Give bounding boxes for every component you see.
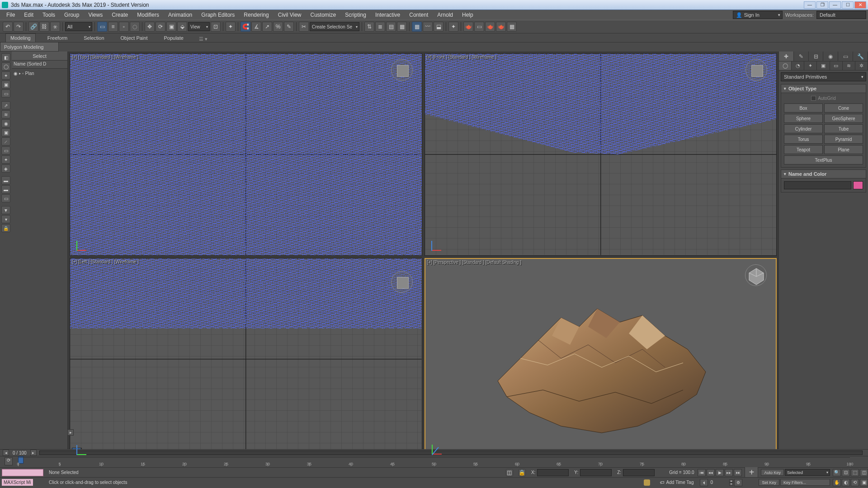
lock-icon[interactable] (644, 479, 650, 486)
viewcube[interactable] (745, 264, 767, 286)
viewport-front[interactable]: [+] [Front ] [Standard ] [Wireframe ] (425, 53, 777, 256)
viewport-top[interactable]: [+] [Top ] [Standard ] [Wireframe ] (70, 53, 422, 256)
object-type-header[interactable]: Object Type (781, 84, 866, 93)
primitive-tube[interactable]: Tube (824, 124, 863, 133)
viewcube[interactable] (391, 271, 413, 293)
viewport-perspective-label[interactable]: [+] [Perspective ] [Standard ] [Default … (427, 260, 522, 265)
zoom-extents-icon[interactable]: ⬚ (851, 469, 859, 476)
key-mode-dropdown[interactable]: Selected (785, 469, 830, 476)
ribbon-populate[interactable]: Populate (159, 34, 188, 42)
use-pivot-button[interactable]: ⊡ (211, 22, 221, 32)
selection-lock-icon[interactable]: 🔒 (519, 469, 526, 476)
menu-arnold[interactable]: Arnold (433, 10, 458, 20)
x-input[interactable] (537, 469, 569, 476)
primitive-textplus[interactable]: TextPlus (784, 155, 863, 164)
se-tool1-icon[interactable]: ▬ (1, 176, 10, 184)
max-toggle-icon[interactable]: ▣ (860, 479, 868, 486)
toggle-ribbon-button[interactable]: ▦ (397, 22, 407, 32)
maxscript-listener[interactable] (2, 469, 43, 476)
ribbon-panel-polygon[interactable]: Polygon Modeling (0, 42, 59, 52)
redo-button[interactable]: ↷ (14, 22, 24, 32)
ref-coord-dropdown[interactable]: View (188, 22, 210, 31)
menu-interactive[interactable]: Interactive (371, 10, 405, 20)
autokey-button[interactable]: Auto Key (761, 469, 784, 476)
play-button[interactable]: ▶ (716, 469, 724, 476)
spacewarps-cat[interactable]: ≋ (843, 61, 855, 70)
maximize-button[interactable]: ☐ (842, 1, 854, 9)
current-frame-input[interactable]: 0 (709, 480, 729, 485)
manipulate-button[interactable]: ✦ (226, 22, 236, 32)
link-button[interactable]: 🔗 (28, 22, 38, 32)
menu-content[interactable]: Content (405, 10, 433, 20)
lights-cat[interactable]: ✦ (804, 61, 817, 70)
ribbon-modeling[interactable]: Modeling (5, 33, 36, 42)
ribbon-menu-icon[interactable]: ☰ ▾ (199, 36, 208, 42)
display-hidden-icon[interactable]: ⟋ (1, 137, 10, 145)
minimize-button[interactable]: — (804, 1, 816, 9)
add-time-tag[interactable]: 🏷Add Time Tag (657, 480, 697, 485)
z-input[interactable] (623, 469, 655, 476)
scale-button[interactable]: ▣ (166, 22, 176, 32)
modify-tab[interactable]: ✎ (794, 52, 809, 61)
display-layers-icon[interactable]: ▭ (1, 146, 10, 155)
render-frame-button[interactable]: ▭ (474, 22, 484, 32)
ribbon-freeform[interactable]: Freeform (43, 34, 72, 42)
create-tab[interactable]: ✚ (779, 52, 794, 61)
se-lock-icon[interactable]: 🔒 (1, 224, 10, 232)
time-config-button[interactable]: ⚙ (734, 479, 742, 486)
time-slider-track[interactable] (39, 450, 863, 455)
select-by-name-button[interactable]: ≡ (108, 22, 118, 32)
display-shapes-icon[interactable]: ◯ (1, 62, 10, 70)
pan-icon[interactable]: ✋ (833, 479, 841, 486)
utilities-tab[interactable]: 🔧 (853, 52, 868, 61)
frame-spinner[interactable]: ▴▾ (729, 479, 733, 486)
se-filter-icon[interactable]: ▼ (1, 206, 10, 214)
zoom-region-icon[interactable]: ◫ (860, 469, 868, 476)
menu-modifiers[interactable]: Modifiers (132, 10, 164, 20)
primitive-cylinder[interactable]: Cylinder (784, 124, 823, 133)
zoom-all-icon[interactable]: ⊡ (842, 469, 850, 476)
timeline-ruler[interactable]: ⟳ 05101520253035404550556065707580859095… (0, 456, 868, 467)
display-helpers-icon[interactable]: ▭ (1, 89, 10, 98)
primitive-torus[interactable]: Torus (784, 135, 823, 144)
display-container-icon[interactable]: ◉ (1, 119, 10, 127)
se-tool3-icon[interactable]: ▭ (1, 194, 10, 202)
viewport-left-label[interactable]: [+] [Left ] [Standard ] [Wireframe ] (72, 259, 139, 264)
menu-edit[interactable]: Edit (19, 10, 38, 20)
menu-grapheditors[interactable]: Graph Editors (197, 10, 239, 20)
select-region-circle-button[interactable]: ◌ (130, 22, 140, 32)
motion-tab[interactable]: ◉ (823, 52, 838, 61)
isolate-icon[interactable]: ◫ (506, 469, 513, 476)
move-button[interactable]: ✥ (145, 22, 155, 32)
curve-editor-button[interactable]: ▦ (412, 22, 422, 32)
display-xref-icon[interactable]: ◈ (1, 164, 10, 173)
key-filters-button[interactable]: Key Filters... (780, 479, 830, 486)
restore-button[interactable]: ❐ (816, 1, 828, 9)
sign-in-dropdown[interactable]: 👤 Sign In (733, 11, 783, 19)
display-cameras-icon[interactable]: ▣ (1, 80, 10, 89)
next-frame-button[interactable]: ▸▸ (725, 469, 733, 476)
schematic-view-button[interactable]: ⬓ (434, 22, 443, 32)
display-spacewarp-icon[interactable]: ⇗ (1, 101, 10, 109)
named-selection-dropdown[interactable]: Create Selection Se (310, 22, 359, 31)
se-tool2-icon[interactable]: ▬ (1, 185, 10, 193)
display-bone-icon[interactable]: ≋ (1, 110, 10, 118)
cameras-cat[interactable]: ▣ (817, 61, 830, 70)
viewport-left[interactable]: [+] [Left ] [Standard ] [Wireframe ] ◂▸ (70, 258, 422, 460)
placement-button[interactable]: ⬙ (177, 22, 187, 32)
primitive-plane[interactable]: Plane (824, 145, 863, 154)
edged-faces-button[interactable]: ✎ (284, 22, 294, 32)
viewport-perspective[interactable]: [+] [Perspective ] [Standard ] [Default … (425, 258, 777, 460)
object-name-input[interactable] (784, 181, 851, 189)
render-online-button[interactable]: ▦ (507, 22, 517, 32)
viewport-top-label[interactable]: [+] [Top ] [Standard ] [Wireframe ] (72, 55, 139, 60)
ribbon-objectpaint[interactable]: Object Paint (116, 34, 152, 42)
primitive-class-dropdown[interactable]: Standard Primitives (781, 72, 866, 81)
walk-icon[interactable]: ◐ (842, 479, 850, 486)
menu-animation[interactable]: Animation (164, 10, 197, 20)
menu-customize[interactable]: Customize (306, 10, 341, 20)
render-setup-button[interactable]: 🫖 (463, 22, 473, 32)
align-button[interactable]: ≣ (375, 22, 385, 32)
primitive-cone[interactable]: Cone (824, 103, 863, 113)
helpers-cat[interactable]: ▭ (830, 61, 843, 70)
